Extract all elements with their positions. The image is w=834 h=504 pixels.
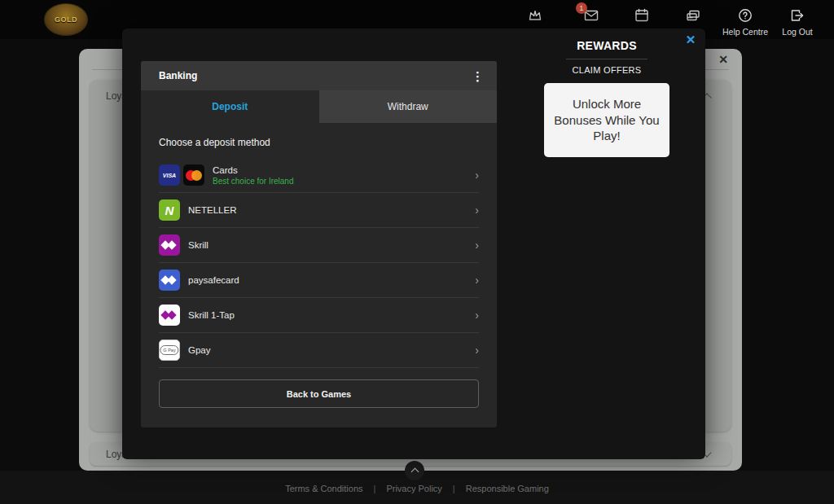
nav-label: Help Centre — [722, 27, 768, 37]
chevron-right-icon — [475, 344, 479, 356]
banking-tabs: Deposit Withdraw — [141, 90, 497, 123]
chevron-right-icon — [475, 309, 479, 321]
method-name: Gpay — [188, 345, 211, 355]
footer-links: Terms & Conditions | Privacy Policy | Re… — [0, 484, 834, 493]
method-name: paysafecard — [188, 275, 239, 285]
envelope-icon: 1 — [582, 7, 600, 24]
chevron-right-icon — [475, 169, 479, 181]
deposit-method-gpay[interactable]: Gpay — [159, 333, 479, 368]
chevron-right-icon — [475, 204, 479, 216]
section-heading: Choose a deposit method — [159, 137, 479, 148]
footer-separator: | — [453, 484, 455, 493]
rewards-panel: REWARDS CLAIM OFFERS Unlock More Bonuses… — [544, 39, 669, 157]
footer-separator: | — [374, 484, 376, 493]
crown-icon — [526, 7, 544, 24]
rewards-title: REWARDS — [544, 39, 669, 52]
responsible-gaming-link[interactable]: Responsible Gaming — [466, 484, 549, 493]
deposit-method-paysafecard[interactable]: paysafecard — [159, 263, 479, 298]
banking-title: Banking — [159, 70, 197, 81]
deposit-method-cards[interactable]: Cards Best choice for Ireland — [159, 158, 479, 193]
back-to-games-button[interactable]: Back to Games — [159, 379, 479, 408]
method-name: Skrill 1-Tap — [188, 310, 235, 320]
nav-label: Log Out — [782, 27, 812, 37]
paysafecard-icon — [159, 270, 180, 291]
method-name: NETELLER — [188, 205, 236, 215]
banking-card: Banking Deposit Withdraw Choose a deposi… — [141, 61, 497, 427]
neteller-icon — [159, 199, 180, 221]
casino-logo[interactable]: GOLD — [42, 2, 90, 37]
rewards-card-text: Unlock More Bonuses While You Play! — [554, 97, 659, 142]
banking-modal-overlay: Banking Deposit Withdraw Choose a deposi… — [122, 28, 705, 459]
chevron-up-icon — [410, 468, 419, 476]
question-icon — [736, 7, 754, 24]
deposit-methods-list: Cards Best choice for Ireland NETELLER — [159, 158, 479, 368]
footer: Terms & Conditions | Privacy Policy | Re… — [0, 471, 834, 504]
method-note: Best choice for Ireland — [213, 177, 294, 186]
scroll-top-button[interactable] — [405, 461, 424, 480]
panel-close-icon[interactable] — [716, 52, 731, 67]
tab-claim-offers[interactable]: CLAIM OFFERS — [544, 65, 669, 75]
method-name: Skrill — [188, 240, 208, 250]
tab-deposit[interactable]: Deposit — [141, 90, 319, 123]
chevron-right-icon — [475, 239, 479, 251]
nav-log-out[interactable]: Log Out — [772, 0, 823, 37]
rewards-divider — [566, 59, 647, 59]
nav-help-centre[interactable]: Help Centre — [718, 0, 772, 37]
visa-icon — [159, 164, 180, 186]
close-icon[interactable] — [683, 32, 699, 48]
privacy-link[interactable]: Privacy Policy — [386, 484, 441, 493]
mastercard-icon — [183, 164, 204, 186]
app-root: GOLD Achievements 1 Messages Promo — [0, 0, 834, 504]
chevron-right-icon — [475, 274, 479, 286]
gpay-icon — [159, 340, 180, 361]
deposit-method-neteller[interactable]: NETELLER — [159, 193, 479, 228]
banking-header: Banking — [141, 61, 497, 90]
rewards-card[interactable]: Unlock More Bonuses While You Play! — [544, 83, 669, 157]
messages-badge: 1 — [576, 2, 587, 14]
tab-withdraw[interactable]: Withdraw — [319, 90, 498, 123]
deposit-panel: Choose a deposit method Cards Best choic… — [141, 137, 497, 424]
casino-logo-emblem: GOLD — [44, 3, 88, 36]
method-name: Cards — [213, 165, 294, 175]
terms-link[interactable]: Terms & Conditions — [285, 484, 362, 493]
calendar-icon — [633, 7, 651, 24]
bank-cards-icon — [684, 7, 702, 24]
deposit-method-skrill[interactable]: Skrill — [159, 228, 479, 263]
kebab-menu-icon[interactable] — [472, 70, 484, 82]
skrill-1-tap-icon — [159, 305, 180, 326]
logout-icon — [788, 7, 806, 24]
skrill-icon — [159, 234, 180, 256]
deposit-method-skrill-1-tap[interactable]: Skrill 1-Tap — [159, 298, 479, 333]
